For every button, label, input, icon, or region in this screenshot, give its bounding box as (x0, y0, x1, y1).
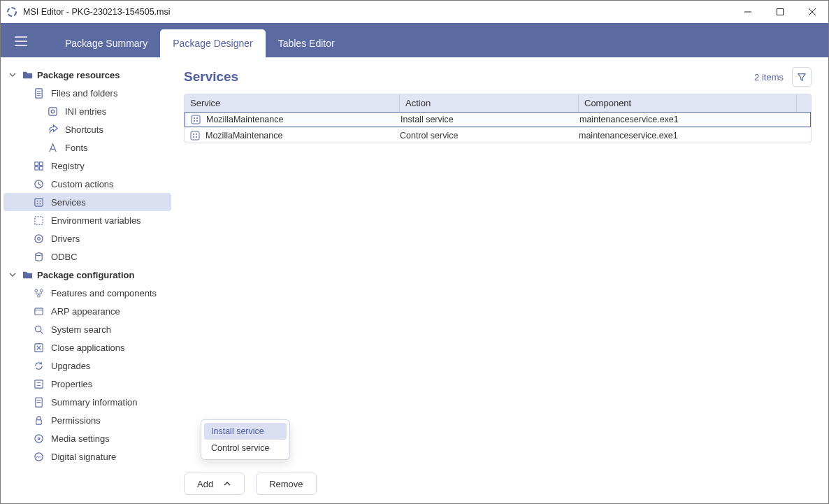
col-action[interactable]: Action (400, 94, 579, 112)
sidebar-item-features[interactable]: Features and components (3, 284, 171, 302)
folder-icon (22, 69, 33, 80)
svg-point-22 (36, 203, 38, 204)
add-menu-popup: Install service Control service (201, 419, 290, 460)
sidebar-item-files[interactable]: Files and folders (3, 84, 171, 102)
close-button[interactable] (796, 1, 828, 23)
sidebar-group-resources[interactable]: Package resources (1, 66, 171, 84)
svg-point-56 (193, 136, 194, 138)
service-row-icon (191, 115, 201, 124)
svg-point-23 (39, 203, 41, 204)
sidebar-item-fonts[interactable]: Fonts (3, 138, 171, 157)
sidebar-item-env[interactable]: Environment variables (3, 211, 171, 229)
sidebar-item-shortcuts[interactable]: Shortcuts (3, 120, 171, 138)
sidebar: Package resources Files and folders INI … (1, 57, 174, 503)
table-row[interactable]: MozillaMaintenance Control service maint… (185, 127, 811, 143)
add-button[interactable]: Add (184, 473, 245, 495)
svg-line-34 (40, 331, 42, 333)
sidebar-item-registry[interactable]: Registry (3, 157, 171, 175)
chevron-down-icon (8, 271, 17, 278)
sidebar-item-properties[interactable]: Properties (3, 375, 171, 393)
page-title: Services (184, 69, 754, 85)
tab-package-designer[interactable]: Package Designer (160, 29, 265, 57)
svg-point-51 (194, 120, 195, 122)
sidebar-item-custom-actions[interactable]: Custom actions (3, 175, 171, 193)
app-window: MSI Editor - PKG-230213-154505.msi Packa… (0, 0, 829, 504)
menu-button[interactable] (10, 29, 31, 53)
svg-point-27 (35, 252, 41, 255)
sidebar-item-arp[interactable]: ARP appearance (3, 302, 171, 320)
svg-point-0 (8, 8, 16, 16)
media-icon (33, 433, 44, 444)
sidebar-group-config[interactable]: Package configuration (1, 266, 171, 284)
table-header: Service Action Component (185, 94, 811, 112)
body: Package resources Files and folders INI … (1, 57, 828, 503)
file-icon (33, 87, 44, 99)
ribbon: Package Summary Package Designer Tables … (1, 23, 828, 57)
item-count: 2 items (754, 72, 784, 82)
tab-package-summary[interactable]: Package Summary (52, 29, 160, 57)
service-row-icon (190, 131, 200, 141)
sidebar-item-media[interactable]: Media settings (3, 429, 171, 447)
custom-icon (33, 178, 44, 189)
env-icon (33, 215, 44, 226)
registry-icon (33, 160, 44, 171)
sidebar-item-closeapps[interactable]: Close applications (3, 338, 171, 357)
upgrades-icon (33, 360, 44, 371)
svg-point-13 (51, 110, 55, 113)
svg-point-28 (34, 289, 37, 291)
signature-icon (33, 451, 44, 462)
maximize-button[interactable] (764, 1, 796, 23)
svg-point-45 (34, 434, 42, 442)
services-table: Service Action Component MozillaMaintena… (184, 94, 812, 143)
page-header: Services 2 items (184, 67, 812, 87)
app-icon (6, 6, 17, 17)
svg-rect-24 (34, 216, 42, 224)
shortcut-icon (47, 124, 58, 135)
window-title: MSI Editor - PKG-230213-154505.msi (23, 7, 732, 17)
window-controls (732, 1, 828, 23)
main-content: Services 2 items Service Action Componen… (174, 57, 828, 503)
col-service[interactable]: Service (190, 94, 400, 112)
filter-icon (797, 72, 807, 82)
filter-button[interactable] (792, 67, 812, 87)
svg-rect-14 (34, 161, 38, 165)
footer-actions: Add Remove (184, 466, 812, 495)
svg-point-55 (196, 134, 197, 135)
sidebar-item-drivers[interactable]: Drivers (3, 229, 171, 247)
svg-rect-53 (191, 131, 199, 140)
table-row[interactable]: MozillaMaintenance Install service maint… (185, 112, 811, 127)
sidebar-item-permissions[interactable]: Permissions (3, 411, 171, 429)
sidebar-item-services[interactable]: Services (3, 193, 171, 211)
sidebar-item-summaryinfo[interactable]: Summary information (3, 393, 171, 411)
folder-icon (22, 269, 33, 280)
svg-point-25 (34, 234, 42, 242)
svg-point-54 (193, 134, 194, 135)
font-icon (47, 142, 58, 153)
svg-point-26 (37, 237, 40, 240)
minimize-button[interactable] (732, 1, 764, 23)
features-icon (33, 287, 44, 298)
tab-tables-editor[interactable]: Tables Editor (266, 29, 347, 57)
remove-button[interactable]: Remove (256, 473, 316, 495)
services-icon (33, 196, 44, 208)
menu-item-control-service[interactable]: Control service (204, 440, 287, 456)
sidebar-item-upgrades[interactable]: Upgrades (3, 357, 171, 375)
svg-rect-16 (34, 166, 38, 170)
svg-rect-48 (192, 115, 200, 124)
svg-point-30 (37, 294, 40, 297)
svg-point-47 (34, 452, 42, 460)
odbc-icon (33, 251, 44, 262)
svg-point-20 (36, 200, 38, 201)
sidebar-item-ini[interactable]: INI entries (3, 102, 171, 120)
col-component[interactable]: Component (579, 94, 797, 112)
svg-point-21 (39, 200, 41, 201)
svg-rect-38 (34, 380, 42, 387)
titlebar: MSI Editor - PKG-230213-154505.msi (1, 1, 828, 23)
svg-point-50 (196, 117, 198, 119)
sidebar-item-odbc[interactable]: ODBC (3, 247, 171, 266)
svg-point-57 (196, 136, 197, 138)
sidebar-item-digsig[interactable]: Digital signature (3, 447, 171, 466)
svg-rect-17 (39, 166, 43, 170)
sidebar-item-search[interactable]: System search (3, 320, 171, 338)
menu-item-install-service[interactable]: Install service (204, 423, 287, 440)
